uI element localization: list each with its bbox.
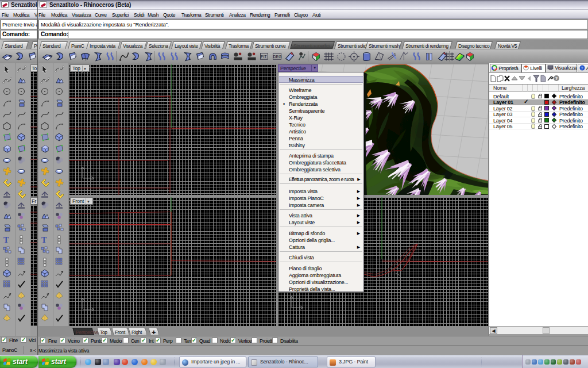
svg-text:DEG: DEG	[273, 55, 282, 59]
svg-text:FIT: FIT	[261, 55, 267, 59]
svg-text:T: T	[3, 236, 9, 244]
svg-text:?: ?	[581, 66, 583, 70]
svg-text:T: T	[41, 236, 47, 244]
svg-text:?: ?	[555, 76, 558, 81]
